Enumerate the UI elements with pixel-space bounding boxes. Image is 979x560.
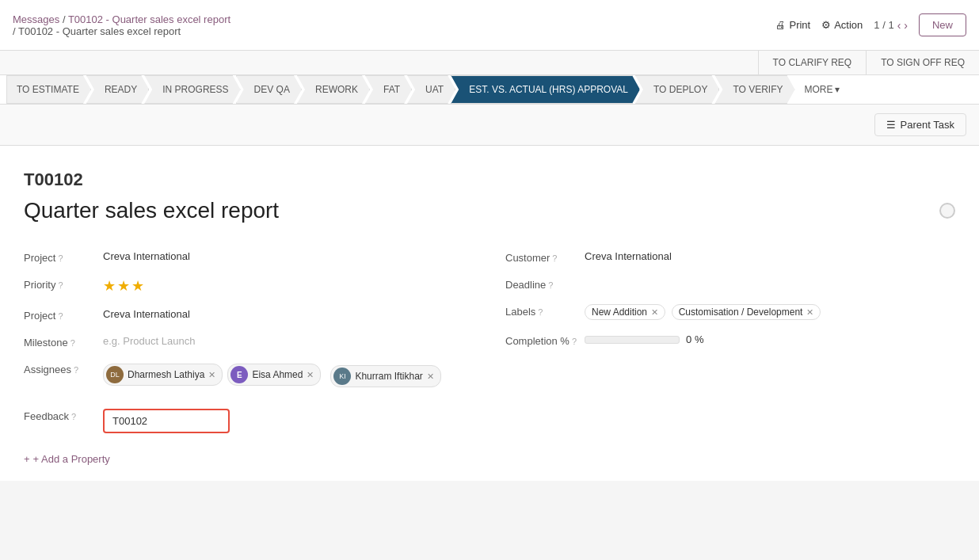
- tab-in-progress[interactable]: IN PROGRESS: [144, 75, 240, 104]
- pipeline-tabs: TO ESTIMATE READY IN PROGRESS DEV QA REW…: [0, 75, 979, 105]
- star-3: ★: [131, 277, 144, 295]
- feedback-label: Feedback ?: [24, 409, 95, 422]
- breadcrumb-part3: T00102 - Quarter sales excel report: [18, 25, 181, 37]
- project-help-icon[interactable]: ?: [58, 253, 63, 263]
- add-property-button[interactable]: + + Add a Property: [24, 453, 955, 465]
- feedback-row: Feedback ? T00102: [24, 402, 474, 440]
- print-icon: 🖨: [775, 19, 786, 31]
- task-title: Quarter sales excel report: [24, 198, 955, 223]
- assignee-chip-0: DL Dharmesh Lathiya ✕: [103, 364, 223, 386]
- tab-uat[interactable]: UAT: [407, 75, 455, 104]
- top-actions: 🖨 Print ⚙ Action 1 / 1 ‹ › New: [775, 13, 966, 36]
- priority-row: Priority ? ★ ★ ★: [24, 271, 474, 302]
- deadline-help-icon[interactable]: ?: [548, 280, 553, 290]
- star-1: ★: [103, 277, 116, 295]
- next-page-button[interactable]: ›: [904, 19, 908, 32]
- priority-stars[interactable]: ★ ★ ★: [103, 277, 474, 295]
- milestone-value[interactable]: e.g. Product Launch: [103, 335, 474, 347]
- form-grid: Project ? Creva International Priority ?…: [24, 244, 955, 440]
- avatar-khurram: KI: [333, 368, 351, 385]
- label-text-1: Customisation / Development: [679, 307, 803, 318]
- tab-rework[interactable]: REWORK: [297, 75, 370, 104]
- customer-value[interactable]: Creva International: [585, 250, 955, 262]
- project2-label: Project ?: [24, 308, 95, 322]
- progress-bar[interactable]: [585, 336, 680, 344]
- tab-ready[interactable]: READY: [86, 75, 149, 104]
- assignees-help-icon[interactable]: ?: [74, 365, 78, 375]
- completion-value-row: 0 %: [585, 333, 955, 345]
- completion-label: Completion % ?: [505, 333, 577, 347]
- feedback-help-icon[interactable]: ?: [71, 412, 76, 421]
- milestone-help-icon[interactable]: ?: [70, 338, 75, 348]
- labels-list: New Addition ✕ Customisation / Developme…: [585, 304, 955, 320]
- right-column: Customer ? Creva International Deadline …: [505, 244, 955, 440]
- new-button[interactable]: New: [919, 13, 966, 36]
- completion-help-icon[interactable]: ?: [572, 337, 577, 346]
- labels-row: Labels ? New Addition ✕ Customisation / …: [505, 298, 955, 327]
- print-button[interactable]: 🖨 Print: [775, 19, 810, 31]
- breadcrumb-messages[interactable]: Messages: [13, 13, 59, 25]
- label-chip-0: New Addition ✕: [585, 304, 665, 320]
- remove-assignee-0[interactable]: ✕: [208, 370, 215, 380]
- label-text-0: New Addition: [592, 307, 647, 318]
- assignee-name-1: Eisa Ahmed: [252, 369, 303, 380]
- project2-value[interactable]: Creva International: [103, 308, 474, 320]
- avatar-dharmesh: DL: [106, 366, 124, 383]
- assignees-list: DL Dharmesh Lathiya ✕ E Eisa Ahmed ✕ KI …: [103, 362, 474, 387]
- tab-to-deploy[interactable]: TO DEPLOY: [635, 75, 719, 104]
- status-tag-clarify[interactable]: TO CLARIFY REQ: [758, 51, 867, 74]
- customer-help-icon[interactable]: ?: [552, 253, 557, 263]
- assignee-chip-1: E Eisa Ahmed ✕: [227, 364, 321, 386]
- star-2: ★: [117, 277, 130, 295]
- assignee-name-2: Khurram Iftikhar: [355, 371, 422, 382]
- main-content: T00102 Quarter sales excel report Projec…: [0, 146, 979, 481]
- status-circle[interactable]: [939, 203, 955, 219]
- label-chip-1: Customisation / Development ✕: [672, 304, 821, 320]
- feedback-box[interactable]: T00102: [103, 409, 230, 433]
- project-value[interactable]: Creva International: [103, 250, 474, 262]
- remove-label-1[interactable]: ✕: [806, 307, 813, 318]
- more-button[interactable]: MORE ▾: [795, 78, 849, 101]
- remove-assignee-2[interactable]: ✕: [427, 371, 434, 382]
- remove-label-0[interactable]: ✕: [651, 307, 658, 318]
- priority-label: Priority ?: [24, 277, 95, 291]
- tab-fat[interactable]: FAT: [365, 75, 412, 104]
- tab-dev-qa[interactable]: DEV QA: [236, 75, 302, 104]
- tab-est-vs-actual[interactable]: EST. VS. ACTUAL (HRS) APPROVAL: [451, 75, 640, 104]
- priority-help-icon[interactable]: ?: [58, 280, 63, 290]
- plus-icon: +: [24, 453, 30, 465]
- project2-row: Project ? Creva International: [24, 302, 474, 329]
- status-tag-signoff[interactable]: TO SIGN OFF REQ: [866, 51, 979, 74]
- feedback-value: T00102: [112, 415, 147, 427]
- remove-assignee-1[interactable]: ✕: [307, 370, 314, 380]
- customer-label: Customer ?: [505, 250, 577, 264]
- breadcrumb-sep2: /: [13, 25, 18, 37]
- parent-task-bar: ☰ Parent Task: [0, 105, 979, 146]
- assignee-name-0: Dharmesh Lathiya: [128, 369, 204, 380]
- labels-label: Labels ?: [505, 304, 577, 318]
- top-bar: Messages / T00102 - Quarter sales excel …: [0, 0, 979, 51]
- completion-pct-text: 0 %: [686, 333, 703, 345]
- breadcrumb-part2[interactable]: T00102 - Quarter sales excel report: [68, 13, 230, 25]
- task-id: T00102: [24, 170, 955, 190]
- deadline-label: Deadline ?: [505, 277, 577, 291]
- prev-page-button[interactable]: ‹: [897, 19, 901, 32]
- tab-to-verify[interactable]: TO VERIFY: [714, 75, 794, 104]
- project2-help-icon[interactable]: ?: [58, 311, 63, 321]
- action-button[interactable]: ⚙ Action: [821, 19, 863, 31]
- tab-to-estimate[interactable]: TO ESTIMATE: [6, 75, 91, 104]
- status-bar: TO CLARIFY REQ TO SIGN OFF REQ: [0, 51, 979, 75]
- gear-icon: ⚙: [821, 19, 831, 31]
- labels-help-icon[interactable]: ?: [538, 307, 543, 317]
- project-label: Project ?: [24, 250, 95, 264]
- left-column: Project ? Creva International Priority ?…: [24, 244, 474, 440]
- pagination: 1 / 1 ‹ ›: [874, 19, 908, 32]
- breadcrumb: Messages / T00102 - Quarter sales excel …: [13, 13, 230, 37]
- assignees-row: Assignees ? DL Dharmesh Lathiya ✕ E Eisa…: [24, 356, 474, 394]
- milestone-label: Milestone ?: [24, 335, 95, 349]
- parent-task-button[interactable]: ☰ Parent Task: [874, 113, 966, 136]
- deadline-row: Deadline ?: [505, 271, 955, 298]
- project-row: Project ? Creva International: [24, 244, 474, 271]
- lines-icon: ☰: [886, 119, 896, 131]
- completion-row: Completion % ? 0 %: [505, 327, 955, 354]
